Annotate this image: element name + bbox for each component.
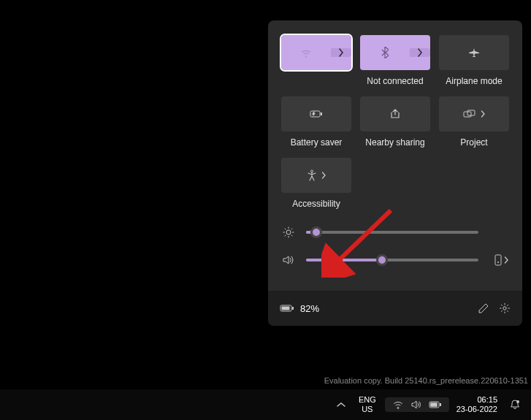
tile-bluetooth-wrap: Not connected xyxy=(360,35,430,88)
quick-settings-panel: Not connected Airplane mode Batter xyxy=(268,20,522,326)
airplane-icon xyxy=(468,47,480,58)
chevron-right-icon xyxy=(417,48,423,57)
tile-project-wrap: Project xyxy=(439,96,509,149)
tile-bluetooth-expand[interactable] xyxy=(410,48,430,57)
svg-point-16 xyxy=(516,400,519,403)
tile-battery-saver-label: Battery saver xyxy=(291,137,343,149)
tile-battery-saver[interactable] xyxy=(281,96,351,131)
tray-clock[interactable]: 06:15 23-06-2022 xyxy=(454,395,500,414)
tile-wifi-wrap xyxy=(281,35,351,88)
tile-airplane-label: Airplane mode xyxy=(446,76,502,88)
svg-rect-6 xyxy=(495,255,501,265)
brightness-slider-thumb[interactable] xyxy=(310,226,322,238)
nearby-sharing-icon xyxy=(390,109,400,119)
tray-overflow-button[interactable] xyxy=(332,400,350,409)
tile-accessibility[interactable] xyxy=(281,158,351,193)
clock-time: 06:15 xyxy=(456,395,497,405)
settings-button[interactable] xyxy=(499,302,511,314)
svg-point-7 xyxy=(497,261,499,263)
wifi-icon xyxy=(392,400,404,409)
chevron-right-icon xyxy=(321,172,326,179)
tile-project-label: Project xyxy=(460,137,487,149)
tile-airplane[interactable] xyxy=(439,35,509,70)
project-icon xyxy=(463,110,476,118)
bluetooth-icon xyxy=(381,47,389,58)
lang-top: ENG xyxy=(359,395,376,405)
svg-rect-9 xyxy=(282,307,290,310)
tile-wifi[interactable] xyxy=(281,35,351,70)
volume-icon xyxy=(411,400,421,409)
volume-icon xyxy=(281,255,296,265)
brightness-icon xyxy=(281,226,296,238)
tile-wifi-main[interactable] xyxy=(281,47,331,58)
svg-rect-0 xyxy=(310,111,320,117)
tile-accessibility-label: Accessibility xyxy=(292,199,340,210)
tile-bluetooth-label: Not connected xyxy=(367,76,423,88)
battery-icon xyxy=(280,304,294,313)
battery-status[interactable]: 82% xyxy=(280,303,319,314)
audio-output-icon xyxy=(494,254,503,266)
sliders-region xyxy=(281,226,509,266)
tile-bluetooth[interactable] xyxy=(360,35,430,70)
panel-body: Not connected Airplane mode Batter xyxy=(268,20,522,291)
accessibility-icon xyxy=(307,169,317,181)
svg-point-5 xyxy=(286,230,291,234)
svg-rect-10 xyxy=(292,307,294,310)
svg-rect-14 xyxy=(430,402,438,407)
chevron-right-icon xyxy=(504,256,509,264)
tile-bluetooth-main[interactable] xyxy=(360,47,410,58)
brightness-row xyxy=(281,226,509,238)
tile-nearby-sharing-label: Nearby sharing xyxy=(365,137,424,149)
quick-tiles-grid: Not connected Airplane mode Batter xyxy=(281,35,509,210)
tile-battery-saver-wrap: Battery saver xyxy=(281,96,351,149)
volume-output-button[interactable] xyxy=(489,254,509,266)
taskbar: ENG US 06:15 23-06-2022 xyxy=(0,389,531,420)
tile-accessibility-wrap: Accessibility xyxy=(281,158,351,210)
battery-saver-icon xyxy=(310,110,323,118)
chevron-right-icon xyxy=(338,48,344,57)
svg-point-11 xyxy=(503,307,506,310)
tile-wifi-expand[interactable] xyxy=(331,48,351,57)
tile-nearby-sharing-wrap: Nearby sharing xyxy=(360,96,430,149)
tile-project[interactable] xyxy=(439,96,509,131)
lang-bottom: US xyxy=(359,405,376,414)
tile-airplane-wrap: Airplane mode xyxy=(439,35,509,88)
svg-rect-1 xyxy=(321,112,322,115)
notifications-button[interactable] xyxy=(505,397,525,412)
wifi-icon xyxy=(300,47,312,58)
watermark-build: Evaluation copy. Build 25140.rs_prerelea… xyxy=(324,376,528,385)
battery-percent-text: 82% xyxy=(300,303,319,314)
clock-date: 23-06-2022 xyxy=(456,405,497,414)
tray-system-group[interactable] xyxy=(385,397,449,412)
panel-footer: 82% xyxy=(268,291,522,326)
chevron-right-icon xyxy=(481,110,486,118)
tray-language[interactable]: ENG US xyxy=(354,394,381,415)
volume-row xyxy=(281,254,509,266)
edit-button[interactable] xyxy=(478,303,489,313)
brightness-slider[interactable] xyxy=(306,231,478,234)
svg-rect-15 xyxy=(440,403,441,406)
battery-icon xyxy=(429,401,442,408)
volume-slider-thumb[interactable] xyxy=(376,254,388,266)
volume-slider[interactable] xyxy=(306,259,478,261)
tile-nearby-sharing[interactable] xyxy=(360,96,430,131)
